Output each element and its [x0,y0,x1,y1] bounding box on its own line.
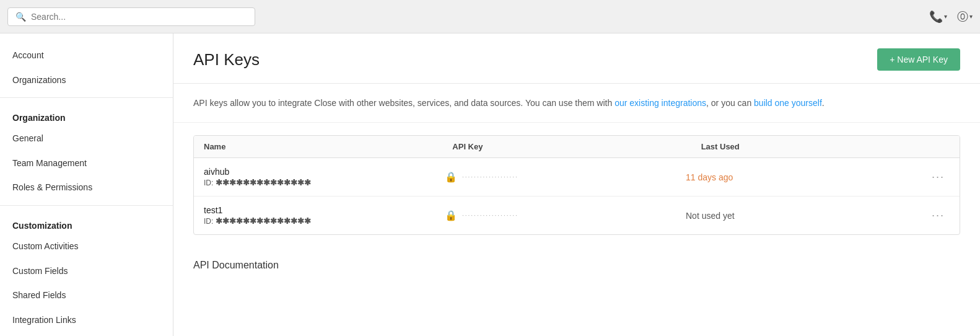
phone-icon[interactable]: 📞 ▾ [929,10,947,24]
col-lastused: Last Used [701,142,950,151]
sidebar: Account Organizations Organization Gener… [0,33,173,336]
sidebar-divider-1 [0,97,173,98]
sidebar-item-integration-links[interactable]: Integration Links [0,308,173,333]
sidebar-item-roles-permissions[interactable]: Roles & Permissions [0,175,173,200]
last-used-2: Not used yet [686,211,927,221]
more-options-button-2[interactable]: ··· [927,206,950,224]
help-chevron: ▾ [969,13,973,20]
api-id-1: ID: ✱✱✱✱✱✱✱✱✱✱✱✱✱✱ [204,178,445,187]
api-key-mask-2: ··················· [462,212,518,219]
sidebar-item-custom-fields[interactable]: Custom Fields [0,259,173,284]
table-row: aivhub ID: ✱✱✱✱✱✱✱✱✱✱✱✱✱✱ 🔒 ············… [194,158,960,197]
table-row: test1 ID: ✱✱✱✱✱✱✱✱✱✱✱✱✱✱ 🔒 ·············… [194,197,960,234]
lock-icon-2: 🔒 [445,210,457,221]
search-box[interactable]: 🔍 [7,7,255,26]
sidebar-item-account[interactable]: Account [0,43,173,68]
last-used-1: 11 days ago [686,172,927,182]
sidebar-section-customization: Customization [0,211,173,234]
sidebar-item-team-management[interactable]: Team Management [0,151,173,176]
api-name-cell-1: aivhub ID: ✱✱✱✱✱✱✱✱✱✱✱✱✱✱ [204,167,445,187]
api-id-value-1: ✱✱✱✱✱✱✱✱✱✱✱✱✱✱ [216,178,311,187]
build-one-yourself-link[interactable]: build one yourself [754,98,822,108]
existing-integrations-link[interactable]: our existing integrations [615,98,706,108]
api-name-1: aivhub [204,167,445,177]
sidebar-item-custom-activities[interactable]: Custom Activities [0,234,173,259]
api-description: API keys allow you to integrate Close wi… [173,84,980,123]
col-apikey: API Key [452,142,701,151]
description-text-1: API keys allow you to integrate Close wi… [193,98,615,108]
sidebar-item-statuses-pipelines[interactable]: Statuses & Pipelines [0,332,173,336]
api-id-2: ID: ✱✱✱✱✱✱✱✱✱✱✱✱✱✱ [204,216,445,226]
api-docs-section: API Documentation [173,247,980,277]
api-key-mask-1: ··················· [462,174,518,180]
help-icon[interactable]: ⓪ ▾ [957,9,973,24]
sidebar-item-general[interactable]: General [0,126,173,151]
help-symbol: ⓪ [957,9,968,24]
sidebar-item-organizations[interactable]: Organizations [0,68,173,93]
api-name-2: test1 [204,205,445,215]
table-header: Name API Key Last Used [194,136,960,158]
search-input[interactable] [31,12,247,22]
topbar: 🔍 📞 ▾ ⓪ ▾ [0,0,980,33]
sidebar-divider-2 [0,205,173,206]
description-text-2: , or you can [706,98,754,108]
topbar-right: 📞 ▾ ⓪ ▾ [929,9,973,24]
api-id-value-2: ✱✱✱✱✱✱✱✱✱✱✱✱✱✱ [216,216,311,226]
phone-chevron: ▾ [944,13,947,20]
api-keys-table: Name API Key Last Used aivhub ID: ✱✱✱✱✱✱… [193,135,960,235]
api-key-cell-2: 🔒 ··················· [445,210,686,221]
phone-symbol: 📞 [929,10,943,24]
lock-icon-1: 🔒 [445,171,457,183]
api-key-cell-1: 🔒 ··················· [445,171,686,183]
search-icon: 🔍 [15,12,26,22]
api-name-cell-2: test1 ID: ✱✱✱✱✱✱✱✱✱✱✱✱✱✱ [204,205,445,226]
api-docs-title: API Documentation [193,260,960,271]
sidebar-section-organization: Organization [0,103,173,126]
page-title: API Keys [193,50,260,69]
main-layout: Account Organizations Organization Gener… [0,33,980,336]
description-text-3: . [822,98,825,108]
more-options-button-1[interactable]: ··· [927,168,950,186]
content-area: API Keys + New API Key API keys allow yo… [173,33,980,336]
new-api-key-button[interactable]: + New API Key [877,48,960,71]
page-header: API Keys + New API Key [173,33,980,84]
col-name: Name [204,142,452,151]
sidebar-item-shared-fields[interactable]: Shared Fields [0,283,173,308]
